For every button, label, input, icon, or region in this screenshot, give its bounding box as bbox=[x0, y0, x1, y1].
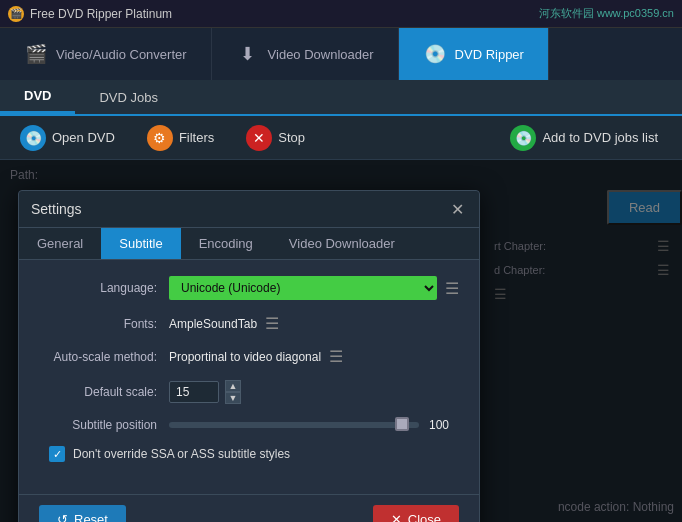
dialog-tabs: General Subtitle Encoding Video Download… bbox=[19, 228, 479, 260]
language-value: Unicode (Unicode) ☰ bbox=[169, 276, 459, 300]
auto-scale-label: Auto-scale method: bbox=[39, 350, 169, 364]
reset-label: Reset bbox=[74, 512, 108, 522]
tab-dvd-ripper[interactable]: 💿 DVD Ripper bbox=[399, 28, 549, 80]
add-jobs-label: Add to DVD jobs list bbox=[542, 130, 658, 145]
dialog-tab-video-downloader[interactable]: Video Downloader bbox=[271, 228, 413, 259]
language-row: Language: Unicode (Unicode) ☰ bbox=[39, 276, 459, 300]
subtitle-position-row: Subtitle position 100 bbox=[39, 418, 459, 432]
subtitle-position-label: Subtitle position bbox=[39, 418, 169, 432]
auto-scale-value: Proportinal to video diagonal ☰ bbox=[169, 347, 459, 366]
fonts-label: Fonts: bbox=[39, 317, 169, 331]
language-select[interactable]: Unicode (Unicode) bbox=[169, 276, 437, 300]
filters-label: Filters bbox=[179, 130, 214, 145]
default-scale-input[interactable] bbox=[169, 381, 219, 403]
main-content: Path: Read rt Chapter: ☰ d Chapter: ☰ ☰ … bbox=[0, 160, 682, 522]
fonts-value: AmpleSoundTab ☰ bbox=[169, 314, 459, 333]
title-bar: 🎬 Free DVD Ripper Platinum 河东软件园 www.pc0… bbox=[0, 0, 682, 28]
sub-tab-dvd-jobs[interactable]: DVD Jobs bbox=[75, 80, 182, 114]
tab-video-audio-label: Video/Audio Converter bbox=[56, 47, 187, 62]
open-dvd-label: Open DVD bbox=[52, 130, 115, 145]
dialog-tab-subtitle[interactable]: Subtitle bbox=[101, 228, 180, 259]
settings-dialog: Settings ✕ General Subtitle Encoding Vid… bbox=[18, 190, 480, 522]
fonts-menu-icon[interactable]: ☰ bbox=[265, 314, 279, 333]
dialog-tab-encoding[interactable]: Encoding bbox=[181, 228, 271, 259]
dialog-tab-video-downloader-label: Video Downloader bbox=[289, 236, 395, 251]
watermark: 河东软件园 www.pc0359.cn bbox=[539, 6, 674, 21]
subtitle-position-slider[interactable] bbox=[169, 422, 419, 428]
auto-scale-row: Auto-scale method: Proportinal to video … bbox=[39, 347, 459, 366]
close-button[interactable]: ✕ Close bbox=[373, 505, 459, 522]
dialog-tab-subtitle-label: Subtitle bbox=[119, 236, 162, 251]
sub-tabs: DVD DVD Jobs bbox=[0, 80, 682, 116]
slider-value: 100 bbox=[429, 418, 459, 432]
toolbar: 💿 Open DVD ⚙ Filters ✕ Stop 💿 Add to DVD… bbox=[0, 116, 682, 160]
dvd-ripper-icon: 💿 bbox=[423, 42, 447, 66]
nav-tabs: 🎬 Video/Audio Converter ⬇ Video Download… bbox=[0, 28, 682, 80]
video-audio-icon: 🎬 bbox=[24, 42, 48, 66]
tab-video-downloader-label: Video Downloader bbox=[268, 47, 374, 62]
override-checkbox[interactable]: ✓ bbox=[49, 446, 65, 462]
default-scale-spinner: ▲ ▼ bbox=[225, 380, 241, 404]
scale-down-button[interactable]: ▼ bbox=[225, 392, 241, 404]
language-label: Language: bbox=[39, 281, 169, 295]
reset-button[interactable]: ↺ Reset bbox=[39, 505, 126, 522]
default-scale-row: Default scale: ▲ ▼ bbox=[39, 380, 459, 404]
override-checkbox-label: Don't override SSA or ASS subtitle style… bbox=[73, 447, 290, 461]
add-jobs-icon: 💿 bbox=[510, 125, 536, 151]
close-label: Close bbox=[408, 512, 441, 522]
tab-video-audio[interactable]: 🎬 Video/Audio Converter bbox=[0, 28, 212, 80]
stop-button[interactable]: ✕ Stop bbox=[238, 121, 313, 155]
auto-scale-text: Proportinal to video diagonal bbox=[169, 350, 321, 364]
dialog-footer: ↺ Reset ✕ Close bbox=[19, 494, 479, 522]
language-menu-icon[interactable]: ☰ bbox=[445, 279, 459, 298]
dialog-body: Language: Unicode (Unicode) ☰ Fonts: Amp… bbox=[19, 260, 479, 494]
sub-tab-dvd-jobs-label: DVD Jobs bbox=[99, 90, 158, 105]
fonts-row: Fonts: AmpleSoundTab ☰ bbox=[39, 314, 459, 333]
fonts-text: AmpleSoundTab bbox=[169, 317, 257, 331]
dialog-title: Settings bbox=[31, 201, 82, 217]
filters-button[interactable]: ⚙ Filters bbox=[139, 121, 222, 155]
tab-dvd-ripper-label: DVD Ripper bbox=[455, 47, 524, 62]
add-to-jobs-button[interactable]: 💿 Add to DVD jobs list bbox=[498, 121, 670, 155]
app-title: Free DVD Ripper Platinum bbox=[30, 7, 172, 21]
video-downloader-icon: ⬇ bbox=[236, 42, 260, 66]
sub-tab-dvd-label: DVD bbox=[24, 88, 51, 103]
default-scale-label: Default scale: bbox=[39, 385, 169, 399]
scale-up-button[interactable]: ▲ bbox=[225, 380, 241, 392]
reset-icon: ↺ bbox=[57, 512, 68, 522]
slider-thumb[interactable] bbox=[395, 417, 409, 431]
tab-video-downloader[interactable]: ⬇ Video Downloader bbox=[212, 28, 399, 80]
default-scale-value: ▲ ▼ bbox=[169, 380, 459, 404]
dialog-tab-general[interactable]: General bbox=[19, 228, 101, 259]
stop-icon: ✕ bbox=[246, 125, 272, 151]
open-dvd-icon: 💿 bbox=[20, 125, 46, 151]
open-dvd-button[interactable]: 💿 Open DVD bbox=[12, 121, 123, 155]
filters-icon: ⚙ bbox=[147, 125, 173, 151]
stop-label: Stop bbox=[278, 130, 305, 145]
app-icon: 🎬 bbox=[8, 6, 24, 22]
override-checkbox-row[interactable]: ✓ Don't override SSA or ASS subtitle sty… bbox=[39, 446, 459, 462]
dialog-tab-general-label: General bbox=[37, 236, 83, 251]
sub-tab-dvd[interactable]: DVD bbox=[0, 80, 75, 114]
auto-scale-menu-icon[interactable]: ☰ bbox=[329, 347, 343, 366]
dialog-close-button[interactable]: ✕ bbox=[447, 199, 467, 219]
dialog-tab-encoding-label: Encoding bbox=[199, 236, 253, 251]
dialog-header: Settings ✕ bbox=[19, 191, 479, 228]
close-icon: ✕ bbox=[391, 512, 402, 522]
